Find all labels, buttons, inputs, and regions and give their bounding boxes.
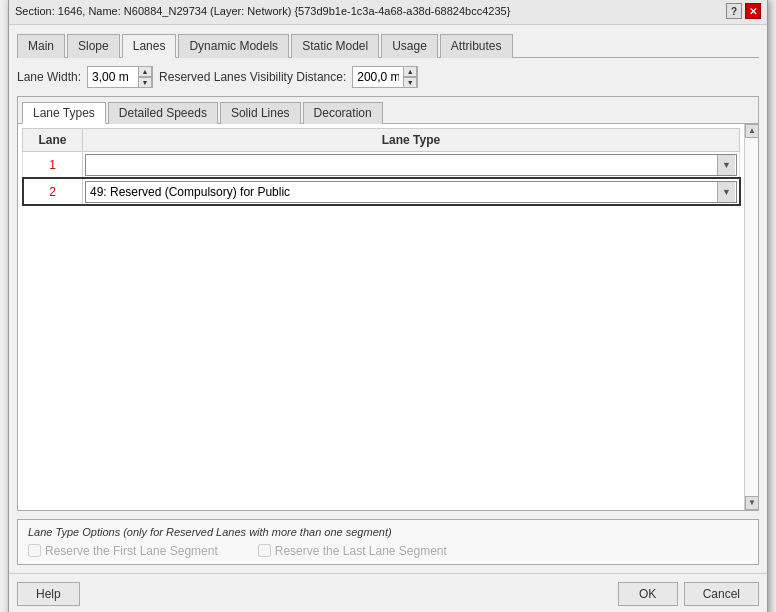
lane-type-options-section: Lane Type Options (only for Reserved Lan… (17, 519, 759, 565)
bottom-right-buttons: OK Cancel (618, 582, 759, 606)
checkboxes-row: Reserve the First Lane Segment Reserve t… (28, 544, 748, 558)
lane-type-cell-2: 49: Reserved (Compulsory) for Public ▼ (83, 178, 740, 205)
title-bar: Section: 1646, Name: N60884_N29734 (Laye… (9, 0, 767, 25)
lane-type-select-wrapper-1: ▼ (85, 154, 737, 176)
help-title-button[interactable]: ? (726, 3, 742, 19)
tab-slope[interactable]: Slope (67, 34, 120, 58)
lane-type-select-1[interactable] (85, 154, 737, 176)
lane-width-up[interactable]: ▲ (138, 66, 152, 77)
col-lane-header: Lane (23, 128, 83, 151)
inner-tab-bar: Lane Types Detailed Speeds Solid Lines D… (18, 97, 758, 124)
lane-options-row: Lane Width: ▲ ▼ Reserved Lanes Visibilit… (17, 66, 759, 88)
scroll-track[interactable] (745, 138, 758, 496)
lane-type-options-title: Lane Type Options (only for Reserved Lan… (28, 526, 748, 538)
help-button[interactable]: Help (17, 582, 80, 606)
cancel-button[interactable]: Cancel (684, 582, 759, 606)
table-row: 2 49: Reserved (Compulsory) for Public ▼ (23, 178, 740, 205)
tab-lanes[interactable]: Lanes (122, 34, 177, 58)
reserve-last-label: Reserve the Last Lane Segment (275, 544, 447, 558)
tab-main[interactable]: Main (17, 34, 65, 58)
checkbox-item-first: Reserve the First Lane Segment (28, 544, 218, 558)
lane-number-2: 2 (23, 178, 83, 205)
window-body: Main Slope Lanes Dynamic Models Static M… (9, 25, 767, 573)
reserve-first-checkbox[interactable] (28, 544, 41, 557)
inner-tab-solid-lines[interactable]: Solid Lines (220, 102, 301, 124)
scroll-down-arrow[interactable]: ▼ (745, 496, 758, 510)
bottom-bar: Help OK Cancel (9, 573, 767, 613)
lane-table: Lane Lane Type 1 (22, 128, 740, 206)
reserve-first-label: Reserve the First Lane Segment (45, 544, 218, 558)
lane-width-spinner-buttons: ▲ ▼ (138, 66, 152, 88)
empty-table-area (22, 206, 740, 506)
reserved-lanes-spinner-buttons: ▲ ▼ (403, 66, 417, 88)
close-button[interactable]: ✕ (745, 3, 761, 19)
table-row: 1 ▼ (23, 151, 740, 178)
inner-panel: Lane Types Detailed Speeds Solid Lines D… (17, 96, 759, 511)
inner-content: Lane Lane Type 1 (18, 124, 758, 510)
reserved-lanes-up[interactable]: ▲ (403, 66, 417, 77)
tab-dynamic-models[interactable]: Dynamic Models (178, 34, 289, 58)
reserved-lanes-spinner[interactable]: ▲ ▼ (352, 66, 418, 88)
reserved-lanes-input[interactable] (353, 67, 403, 87)
lane-number-1: 1 (23, 151, 83, 178)
col-lane-type-header: Lane Type (83, 128, 740, 151)
lane-type-select-2[interactable]: 49: Reserved (Compulsory) for Public (85, 181, 737, 203)
reserve-last-checkbox[interactable] (258, 544, 271, 557)
window-title: Section: 1646, Name: N60884_N29734 (Laye… (15, 5, 726, 17)
reserved-lanes-label: Reserved Lanes Visibility Distance: (159, 70, 346, 84)
reserved-lanes-down[interactable]: ▼ (403, 77, 417, 88)
lane-width-spinner[interactable]: ▲ ▼ (87, 66, 153, 88)
lane-type-cell-1: ▼ (83, 151, 740, 178)
top-tab-bar: Main Slope Lanes Dynamic Models Static M… (17, 33, 759, 58)
ok-button[interactable]: OK (618, 582, 678, 606)
vertical-scrollbar[interactable]: ▲ ▼ (744, 124, 758, 510)
lane-width-down[interactable]: ▼ (138, 77, 152, 88)
checkbox-item-last: Reserve the Last Lane Segment (258, 544, 447, 558)
lane-type-select-wrapper-2: 49: Reserved (Compulsory) for Public ▼ (85, 181, 737, 203)
title-bar-buttons: ? ✕ (726, 3, 761, 19)
scroll-up-arrow[interactable]: ▲ (745, 124, 758, 138)
table-container: Lane Lane Type 1 (22, 128, 754, 506)
tab-static-model[interactable]: Static Model (291, 34, 379, 58)
inner-tab-lane-types[interactable]: Lane Types (22, 102, 106, 124)
lane-width-input[interactable] (88, 67, 138, 87)
main-window: Section: 1646, Name: N60884_N29734 (Laye… (8, 0, 768, 612)
tab-usage[interactable]: Usage (381, 34, 438, 58)
tab-attributes[interactable]: Attributes (440, 34, 513, 58)
lane-width-label: Lane Width: (17, 70, 81, 84)
inner-tab-decoration[interactable]: Decoration (303, 102, 383, 124)
inner-tab-detailed-speeds[interactable]: Detailed Speeds (108, 102, 218, 124)
